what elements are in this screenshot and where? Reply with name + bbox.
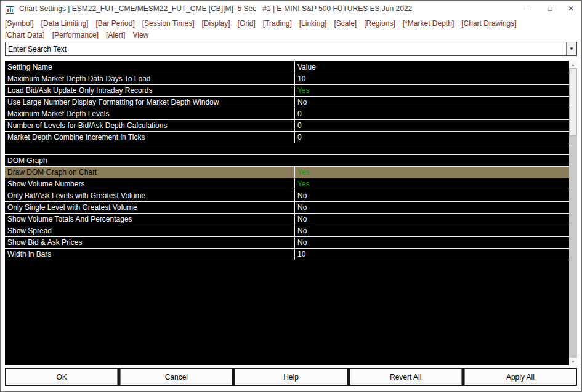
menu-item-view[interactable]: View — [132, 31, 148, 39]
setting-name-cell: Width in Bars — [5, 249, 295, 260]
setting-name-cell: Only Single Level with Greatest Volume — [5, 202, 295, 213]
menu-item-session-times[interactable]: [Session Times] — [142, 19, 195, 28]
section-row[interactable]: DOM Graph — [5, 155, 569, 167]
setting-value-cell: Yes — [295, 167, 569, 178]
table-row[interactable]: Show Volume Totals And PercentagesNo — [5, 214, 569, 225]
setting-value-cell: 10 — [295, 249, 569, 260]
maximize-button[interactable]: □ — [540, 1, 560, 16]
setting-name-cell: Load Bid/Ask Update Only Intraday Record… — [5, 85, 295, 96]
header-setting-name: Setting Name — [5, 61, 295, 73]
setting-value-cell: No — [295, 214, 569, 225]
scroll-up-icon[interactable]: ▲ — [569, 61, 577, 68]
table-row[interactable]: Use Large Number Display Formatting for … — [5, 97, 569, 108]
search-input[interactable] — [6, 42, 566, 55]
table-row[interactable]: Draw DOM Graph on ChartYes — [5, 167, 569, 178]
menu-item-performance[interactable]: [Performance] — [52, 31, 99, 39]
setting-value-cell: 0 — [295, 132, 569, 143]
header-value: Value — [295, 61, 569, 73]
scroll-down-icon[interactable]: ▼ — [569, 358, 577, 365]
setting-value-cell: 0 — [295, 108, 569, 119]
empty-row — [5, 143, 569, 155]
setting-value-cell: Yes — [295, 85, 569, 96]
dialog-button-bar: OK Cancel Help Revert All Apply All — [5, 368, 577, 386]
menu-item-regions[interactable]: [Regions] — [364, 19, 395, 28]
setting-value-cell: No — [295, 225, 569, 236]
setting-value-cell: Yes — [295, 178, 569, 190]
setting-name-cell: Draw DOM Graph on Chart — [5, 167, 295, 178]
revert-all-button[interactable]: Revert All — [350, 369, 462, 385]
chevron-down-icon: ▼ — [569, 46, 574, 52]
setting-name-cell: Show Volume Totals And Percentages — [5, 214, 295, 225]
table-row[interactable]: Maximum Market Depth Data Days To Load10 — [5, 73, 569, 85]
settings-table-main: Setting Name Value Maximum Market Depth … — [5, 61, 569, 365]
vertical-scrollbar[interactable]: ▲ ▼ — [569, 61, 577, 365]
menu-item-bar-period[interactable]: [Bar Period] — [95, 19, 134, 28]
search-combobox[interactable]: ▼ — [5, 42, 577, 56]
table-row[interactable]: Show Bid & Ask PricesNo — [5, 237, 569, 249]
setting-value-cell: 10 — [295, 73, 569, 84]
table-row[interactable]: Show Volume NumbersYes — [5, 178, 569, 190]
table-header-row: Setting Name Value — [5, 61, 569, 73]
settings-table: Setting Name Value Maximum Market Depth … — [5, 61, 577, 365]
search-dropdown-button[interactable]: ▼ — [566, 42, 576, 55]
setting-name-cell: Show Spread — [5, 225, 295, 236]
setting-value-cell: No — [295, 202, 569, 213]
table-row[interactable]: Maximum Market Depth Levels0 — [5, 108, 569, 120]
setting-name-cell: Maximum Market Depth Levels — [5, 108, 295, 119]
table-row[interactable]: Width in Bars10 — [5, 249, 569, 260]
setting-name-cell: Show Bid & Ask Prices — [5, 237, 295, 248]
setting-value-cell: No — [295, 190, 569, 201]
menu-item-symbol[interactable]: [Symbol] — [5, 19, 34, 28]
apply-all-button[interactable]: Apply All — [464, 369, 576, 385]
window-title: Chart Settings | ESM22_FUT_CME/MESM22_FU… — [19, 4, 519, 13]
chart-settings-window: { "window": { "title": "Chart Settings |… — [0, 0, 582, 392]
scrollbar-thumb[interactable] — [569, 68, 577, 136]
table-row[interactable]: Only Single Level with Greatest VolumeNo — [5, 202, 569, 214]
table-row[interactable]: Only Bid/Ask Levels with Greatest Volume… — [5, 190, 569, 202]
setting-value-cell: No — [295, 97, 569, 108]
menu-item-scale[interactable]: [Scale] — [334, 19, 357, 28]
title-bar: Chart Settings | ESM22_FUT_CME/MESM22_FU… — [1, 1, 581, 16]
menu-item-market-depth[interactable]: [*Market Depth] — [403, 19, 454, 28]
setting-name-cell: Show Volume Numbers — [5, 178, 295, 190]
menu-row-1: [Symbol][Data Limiting][Bar Period][Sess… — [5, 17, 577, 29]
menu-item-trading[interactable]: [Trading] — [263, 19, 292, 28]
menu-item-alert[interactable]: [Alert] — [106, 31, 125, 39]
setting-name-cell: Number of Levels for Bid/Ask Depth Calcu… — [5, 120, 295, 131]
menu-row-2: [Chart Data][Performance][Alert]View — [5, 29, 577, 41]
table-row[interactable]: Number of Levels for Bid/Ask Depth Calcu… — [5, 120, 569, 132]
menu-item-display[interactable]: [Display] — [201, 19, 230, 28]
menu-item-chart-drawings[interactable]: [Chart Drawings] — [461, 19, 516, 28]
table-row[interactable]: Load Bid/Ask Update Only Intraday Record… — [5, 85, 569, 97]
setting-name-cell: Use Large Number Display Formatting for … — [5, 97, 295, 108]
minimize-button[interactable]: ─ — [519, 1, 540, 16]
menu-bar: [Symbol][Data Limiting][Bar Period][Sess… — [1, 16, 581, 41]
help-button[interactable]: Help — [235, 369, 347, 385]
section-label — [5, 143, 569, 154]
window-controls: ─ □ ✕ — [519, 1, 581, 16]
setting-name-cell: Maximum Market Depth Data Days To Load — [5, 73, 295, 84]
table-row[interactable]: Show SpreadNo — [5, 225, 569, 237]
menu-item-data-limiting[interactable]: [Data Limiting] — [41, 19, 89, 28]
menu-item-chart-data[interactable]: [Chart Data] — [5, 31, 45, 39]
cancel-button[interactable]: Cancel — [120, 369, 232, 385]
scrollbar-track[interactable] — [569, 68, 577, 358]
ok-button[interactable]: OK — [6, 369, 118, 385]
setting-name-cell: Only Bid/Ask Levels with Greatest Volume — [5, 190, 295, 201]
setting-value-cell: 0 — [295, 120, 569, 131]
settings-table-body: Maximum Market Depth Data Days To Load10… — [5, 73, 569, 365]
setting-name-cell: Market Depth Combine Increment in Ticks — [5, 132, 295, 143]
setting-value-cell: No — [295, 237, 569, 248]
close-button[interactable]: ✕ — [560, 1, 581, 16]
section-label: DOM Graph — [5, 155, 569, 166]
menu-item-linking[interactable]: [Linking] — [299, 19, 327, 28]
table-row[interactable]: Market Depth Combine Increment in Ticks0 — [5, 132, 569, 143]
app-icon — [6, 5, 14, 12]
menu-item-grid[interactable]: [Grid] — [237, 19, 255, 28]
